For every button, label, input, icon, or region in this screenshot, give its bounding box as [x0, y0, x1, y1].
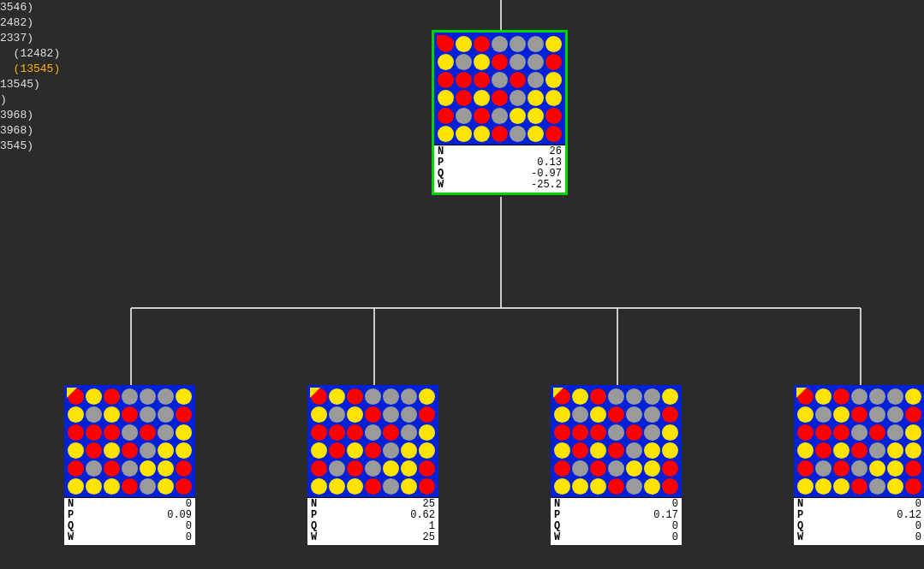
tree-node-root[interactable]: N26P0.13Q-0.97W-25.2 [434, 33, 565, 193]
stat-label: W [68, 532, 74, 543]
board-cell [122, 442, 138, 459]
board-cell [104, 388, 120, 405]
board-cell [626, 388, 642, 405]
board-cell [572, 424, 588, 441]
board-cell [572, 388, 588, 405]
board-cell [887, 424, 903, 441]
board-cell [797, 406, 814, 423]
board-cell [329, 460, 345, 477]
board-cell [311, 478, 327, 495]
tree-node-child[interactable]: N0P0.09Q0W0 [64, 385, 195, 545]
turn-indicator-icon [437, 35, 447, 45]
side-list-item: 3968) [0, 108, 60, 123]
side-list-item: (12482) [0, 46, 60, 62]
board-cell [68, 406, 84, 423]
board-cell [140, 406, 156, 423]
board-cell [545, 126, 562, 142]
board-cell [456, 72, 472, 88]
board-cell [122, 424, 138, 441]
board-cell [662, 478, 678, 495]
stat-value: 0 [672, 532, 678, 543]
node-stats: N26P0.13Q-0.97W-25.2 [434, 145, 565, 193]
board-cell [104, 406, 120, 423]
stat-value: 0 [186, 532, 192, 543]
board-cell [329, 478, 345, 495]
board-cell [626, 406, 642, 423]
tree-node-child[interactable]: N25P0.62Q1W25 [307, 385, 438, 545]
board-cell [833, 388, 849, 405]
board-cell [644, 424, 660, 441]
board-cell [608, 424, 624, 441]
board-cell [383, 388, 399, 405]
board-cell [572, 478, 588, 495]
board-cell [401, 460, 417, 477]
board-cell [122, 478, 138, 495]
board-cell [510, 126, 526, 142]
side-list-item: ) [0, 92, 60, 108]
node-stats: N0P0.09Q0W0 [64, 497, 195, 545]
turn-indicator-icon [67, 388, 77, 398]
board-cell [554, 478, 570, 495]
board-cell [626, 424, 642, 441]
node-stats: N0P0.12Q0W0 [794, 497, 924, 545]
board-cell [662, 424, 678, 441]
board-cell [329, 388, 345, 405]
connect4-board [434, 33, 565, 145]
board-cell [833, 478, 849, 495]
board-cell [851, 388, 867, 405]
board-cell [869, 424, 885, 441]
board-cell [815, 442, 832, 459]
board-cell [365, 442, 381, 459]
board-cell [365, 478, 381, 495]
tree-node-child[interactable]: N0P0.17Q0W0 [551, 385, 682, 545]
board-cell [644, 406, 660, 423]
board-cell [797, 478, 814, 495]
board-cell [86, 424, 102, 441]
board-cell [626, 478, 642, 495]
board-cell [797, 460, 814, 477]
board-cell [869, 478, 885, 495]
board-cell [887, 460, 903, 477]
board-cell [905, 424, 921, 441]
board-cell [68, 460, 84, 477]
board-cell [86, 478, 102, 495]
board-cell [590, 424, 606, 441]
board-cell [887, 478, 903, 495]
stat-value: -25.2 [531, 180, 562, 191]
board-cell [456, 54, 472, 70]
board-cell [545, 36, 562, 52]
board-cell [347, 424, 363, 441]
board-cell [68, 478, 84, 495]
board-cell [851, 478, 867, 495]
board-cell [887, 442, 903, 459]
board-cell [474, 108, 490, 124]
board-cell [797, 442, 814, 459]
board-cell [851, 442, 867, 459]
board-cell [474, 72, 490, 88]
board-cell [590, 406, 606, 423]
board-cell [419, 442, 435, 459]
tree-node-child[interactable]: N0P0.12Q0W0 [794, 385, 924, 545]
board-cell [644, 442, 660, 459]
board-cell [158, 460, 174, 477]
board-cell [797, 424, 814, 441]
board-cell [438, 90, 454, 106]
board-cell [456, 126, 472, 142]
board-cell [608, 406, 624, 423]
board-cell [176, 406, 192, 423]
board-cell [815, 424, 832, 441]
board-cell [329, 406, 345, 423]
board-cell [86, 442, 102, 459]
board-cell [438, 54, 454, 70]
board-cell [554, 460, 570, 477]
side-list-item: 3546) [0, 0, 60, 15]
board-cell [545, 54, 562, 70]
side-list-item: 2482) [0, 15, 60, 31]
board-cell [140, 442, 156, 459]
board-cell [140, 460, 156, 477]
board-cell [644, 478, 660, 495]
board-cell [104, 460, 120, 477]
board-cell [158, 388, 174, 405]
board-cell [419, 406, 435, 423]
board-cell [419, 460, 435, 477]
